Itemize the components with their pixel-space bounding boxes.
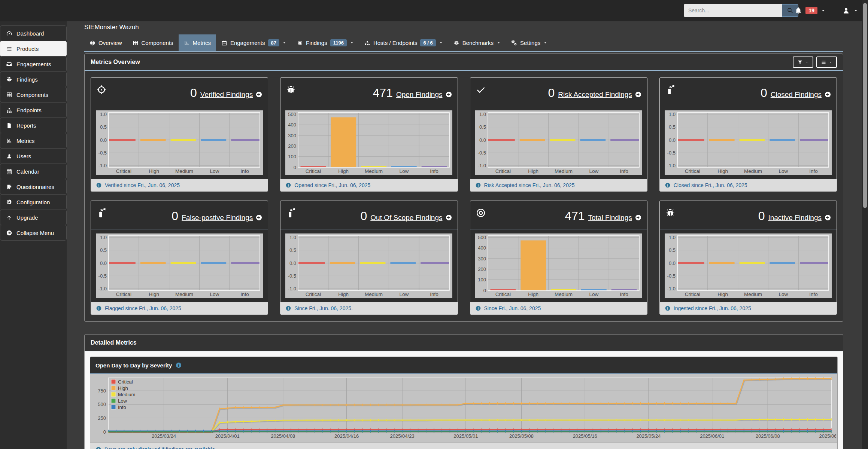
tab-benchmarks[interactable]: Benchmarks: [448, 34, 506, 51]
tab-engagements[interactable]: Engagements87: [216, 34, 292, 51]
metric-count: 0: [758, 210, 765, 222]
globe-icon: [89, 40, 95, 46]
metric-link[interactable]: Risk Accepted Findings: [558, 90, 642, 99]
svg-text:1.0: 1.0: [100, 235, 107, 240]
bell-icon[interactable]: [795, 7, 802, 14]
metric-link[interactable]: Verified Findings: [200, 90, 262, 99]
search-group: [684, 4, 798, 17]
metric-link[interactable]: Inactive Findings: [768, 213, 831, 222]
tab-overview[interactable]: Overview: [84, 34, 127, 51]
sidebar-item-label: Metrics: [16, 138, 34, 144]
svg-text:High: High: [717, 291, 728, 297]
svg-text:High: High: [528, 168, 538, 174]
building-icon: [6, 184, 12, 190]
metric-link[interactable]: Total Findings: [588, 213, 642, 222]
sidebar-item-findings[interactable]: Findings: [0, 71, 67, 87]
metric-count: 471: [373, 87, 393, 99]
tab-settings[interactable]: Settings: [506, 34, 553, 51]
svg-text:-1.0: -1.0: [98, 286, 107, 291]
svg-text:Low: Low: [589, 291, 598, 297]
metric-card-verified-findings: 0Verified Findings1.00.50.0-0.5-1.0Criti…: [91, 77, 268, 192]
svg-text:2025/05/16: 2025/05/16: [573, 433, 597, 439]
sidebar-item-collapse-menu[interactable]: Collapse Menu: [0, 225, 67, 241]
tab-label: Overview: [98, 40, 122, 46]
severity-mini-chart: 1.00.50.0-0.5-1.0CriticalHighMediumLowIn…: [660, 229, 837, 302]
ext-icon: [665, 85, 676, 95]
metric-link[interactable]: Open Findings: [396, 90, 452, 99]
sidebar-item-configuration[interactable]: Configuration: [0, 194, 67, 210]
window-scrollbar[interactable]: [862, 0, 868, 449]
sidebar-item-label: Users: [16, 153, 31, 159]
svg-text:Info: Info: [430, 291, 439, 297]
list-options-button[interactable]: [816, 56, 837, 68]
scale-icon: [453, 40, 459, 46]
sidebar-item-label: Endpoints: [16, 107, 42, 113]
metric-card-inactive-findings: 0Inactive Findings1.00.50.0-0.5-1.0Criti…: [659, 201, 837, 315]
sidebar-item-questionnaires[interactable]: Questionnaires: [0, 179, 67, 195]
info-icon: [665, 182, 671, 188]
metric-card-out-of-scope-findings: 0Out Of Scope Findings1.00.50.0-0.5-1.0C…: [280, 201, 458, 315]
sidebar-item-metrics[interactable]: Metrics: [0, 133, 67, 149]
svg-text:Medium: Medium: [744, 291, 762, 297]
sidebar-item-dashboard[interactable]: Dashboard: [0, 25, 67, 41]
sidebar-item-reports[interactable]: Reports: [0, 117, 67, 133]
funnel-icon: [797, 59, 803, 65]
metric-link[interactable]: Out Of Scope Findings: [370, 213, 452, 222]
metric-footer-text: Verified since Fri., Jun. 06, 2025: [105, 182, 180, 188]
svg-text:0: 0: [103, 429, 106, 435]
sidebar-item-upgrade[interactable]: Upgrade: [0, 210, 67, 225]
chart-icon: [184, 40, 190, 46]
metric-link[interactable]: Closed Findings: [771, 90, 831, 99]
svg-text:Info: Info: [240, 291, 249, 297]
user-menu-icon[interactable]: [842, 7, 850, 15]
scrollbar-thumb[interactable]: [863, 3, 867, 208]
ext-icon: [96, 208, 107, 218]
info-icon: [95, 446, 101, 449]
open-day-to-day-panel: Open Day to Day by Severity 025050075020…: [90, 357, 838, 449]
notification-badge[interactable]: 19: [805, 7, 817, 14]
filter-button[interactable]: [793, 56, 813, 68]
sidebar-item-products[interactable]: Products: [0, 41, 67, 56]
metric-card-footer: Verified since Fri., Jun. 06, 2025: [91, 179, 268, 191]
detailed-metrics-title: Detailed Metrics: [91, 339, 137, 346]
tab-metrics[interactable]: Metrics: [179, 34, 216, 51]
svg-text:High: High: [717, 168, 728, 174]
metric-footer-text: Ingested since Fri., Jun. 06, 2025: [674, 305, 751, 311]
sidebar-item-engagements[interactable]: Engagements: [0, 56, 67, 72]
arrow-right-circle-icon: [445, 214, 452, 221]
search-input[interactable]: [684, 4, 782, 17]
notifications-caret-icon[interactable]: [821, 8, 826, 13]
svg-text:0: 0: [483, 288, 486, 293]
gear-icon: [6, 199, 12, 205]
tab-components[interactable]: Components: [127, 34, 179, 51]
metric-footer-text: Since Fri., Jun. 06, 2025: [484, 305, 541, 311]
svg-text:-1.0: -1.0: [667, 163, 675, 168]
tab-label: Metrics: [193, 40, 211, 46]
metric-card-header: 0Inactive Findings: [660, 201, 837, 229]
svg-text:Info: Info: [620, 291, 628, 297]
metric-count: 0: [190, 87, 197, 99]
grid-icon: [133, 40, 139, 46]
metric-count: 0: [761, 87, 767, 99]
metric-card-header: 471Open Findings: [280, 78, 457, 106]
metric-footer-text: Since Fri., Jun. 06, 2025.: [294, 305, 353, 311]
svg-text:Critical: Critical: [495, 291, 510, 297]
metric-link[interactable]: False-postive Findings: [182, 213, 262, 222]
sidebar-item-calendar[interactable]: Calendar: [0, 164, 67, 179]
svg-text:0.5: 0.5: [669, 124, 676, 130]
svg-text:2025/05/08: 2025/05/08: [509, 433, 534, 439]
info-icon: [665, 305, 671, 311]
svg-text:-1.0: -1.0: [667, 286, 675, 291]
sidebar-item-users[interactable]: Users: [0, 148, 67, 164]
tab-hosts-endpoints[interactable]: Hosts / Endpoints6 / 6: [359, 34, 448, 51]
user-menu-caret-icon[interactable]: [853, 8, 858, 13]
metric-footer-text: Opened since Fri., Jun. 06, 2025: [294, 182, 370, 188]
svg-text:2025/06/16: 2025/06/16: [819, 433, 836, 439]
sidebar-item-endpoints[interactable]: Endpoints: [0, 102, 67, 118]
svg-text:Low: Low: [400, 291, 409, 297]
svg-text:2025/05/24: 2025/05/24: [636, 433, 661, 439]
tab-findings[interactable]: Findings1196: [292, 34, 359, 51]
sidebar-item-components[interactable]: Components: [0, 87, 67, 103]
svg-text:High: High: [528, 291, 538, 297]
metric-count: 0: [548, 87, 555, 99]
